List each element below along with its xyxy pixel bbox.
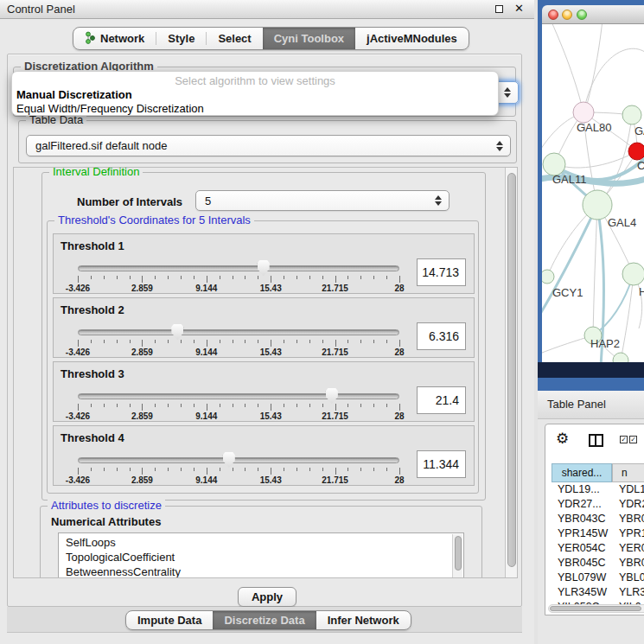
network-node-red-selected[interactable] [628, 143, 644, 160]
scrollbar-thumb[interactable] [507, 173, 516, 567]
threshold-value-field[interactable]: 11.344 [417, 450, 466, 478]
close-traffic-light-icon[interactable] [548, 10, 558, 20]
tick-label: -3.426 [66, 284, 90, 293]
threshold-value-field[interactable]: 14.713 [417, 258, 466, 286]
slider-ticks [78, 340, 399, 348]
algorithm-option-manual[interactable]: Manual Discretization [16, 88, 132, 101]
table-row[interactable]: YBR045CYBR0 [552, 556, 644, 571]
slider-track[interactable] [78, 265, 399, 271]
table-cell: YDL1 [612, 482, 644, 497]
tick-label: 28 [394, 411, 404, 421]
network-node-bottom-partial[interactable] [613, 353, 628, 362]
table-row[interactable]: YER054CYER0 [552, 541, 644, 556]
threshold-row: Threshold 4 -3.4262.8599.14415.4321.7152… [53, 425, 475, 486]
scrollbar-thumb[interactable] [550, 606, 641, 611]
table-cell: YBR0 [612, 512, 644, 526]
minimize-traffic-light-icon[interactable] [562, 10, 572, 20]
slider-track[interactable] [78, 457, 399, 463]
thresholds-group: Threshold's Coordinates for 5 Intervals … [47, 220, 479, 494]
split-columns-icon[interactable] [589, 434, 603, 447]
network-node-h-node[interactable] [622, 263, 644, 285]
tick-label: 28 [394, 475, 404, 485]
threshold-title: Threshold 1 [61, 239, 124, 252]
zoom-traffic-light-icon[interactable] [577, 10, 587, 20]
column-header-shared-name[interactable]: shared... [552, 463, 612, 482]
float-window-icon[interactable] [495, 5, 503, 13]
table-data-group: Table Data galFiltered.sif default node [18, 120, 517, 163]
threshold-slider[interactable]: -3.4262.8599.14415.4321.71528 [78, 322, 399, 357]
tab-label: Cyni Toolbox [274, 32, 344, 45]
slider-thumb[interactable] [258, 260, 270, 276]
tick-label: -3.426 [66, 475, 90, 485]
table-row[interactable]: YDL19...YDL1 [552, 482, 644, 497]
tab-cyni-toolbox[interactable]: Cyni Toolbox [263, 28, 355, 49]
attribute-item[interactable]: TopologicalCoefficient [59, 550, 463, 564]
network-window-titlebar[interactable] [542, 5, 644, 24]
tab-jactivemnodules[interactable]: jActiveMNodules [355, 28, 469, 49]
network-node-top-green[interactable] [622, 105, 641, 124]
tick-label: 9.144 [195, 475, 217, 485]
tick-label: 2.859 [131, 475, 153, 485]
threshold-slider[interactable]: -3.4262.8599.14415.4321.71528 [78, 386, 399, 421]
number-of-intervals-combobox[interactable]: 5 [195, 190, 450, 211]
network-node-gcy1[interactable] [542, 270, 554, 284]
tick-label: 21.715 [322, 475, 348, 485]
tab-style[interactable]: Style [156, 28, 206, 49]
table-row[interactable]: YBL079WYBL0 [552, 571, 644, 585]
table-rows: YDL19...YDL1YDR27...YDR2YBR043CYBR0YPR14… [552, 482, 644, 615]
slider-ticks [78, 276, 399, 284]
network-canvas[interactable]: GAL80GACGAL11GAL4GCY1HHAP2 [542, 24, 644, 362]
select-columns-icon[interactable]: ✓✓ [620, 436, 637, 443]
number-of-intervals-label: Number of Intervals [77, 195, 182, 208]
table-panel-title: Table Panel [547, 391, 606, 418]
slider-thumb[interactable] [326, 388, 338, 404]
tick-label: -3.426 [66, 411, 90, 421]
table-row[interactable]: YBR043CYBR0 [552, 512, 644, 526]
threshold-value-field[interactable]: 6.316 [417, 322, 466, 350]
table-row[interactable]: YLR345WYLR3 [552, 585, 644, 600]
network-node-gal80[interactable] [573, 102, 594, 123]
tab-select[interactable]: Select [207, 28, 262, 49]
table-cell: YBR045C [552, 556, 612, 571]
settings-vertical-scrollbar[interactable] [505, 168, 518, 578]
close-icon[interactable]: ✕ [514, 2, 524, 15]
table-row[interactable]: YPR145WYPR1 [552, 526, 644, 541]
tick-label: 15.43 [260, 284, 282, 293]
network-node-gal4[interactable] [583, 190, 612, 220]
slider-track[interactable] [78, 329, 399, 335]
tab-impute-data[interactable]: Impute Data [126, 611, 213, 629]
slider-thumb[interactable] [223, 452, 235, 468]
attribute-item[interactable]: SelfLoops [59, 535, 463, 550]
tab-network[interactable]: Network [73, 28, 156, 49]
slider-thumb[interactable] [171, 324, 183, 340]
slider-tick-labels: -3.4262.8599.14415.4321.71528 [78, 284, 399, 294]
numerical-attributes-list: SelfLoopsTopologicalCoefficientBetweenne… [58, 532, 464, 578]
tab-infer-network[interactable]: Infer Network [316, 611, 411, 629]
slider-ticks [78, 404, 399, 411]
tab-discretize-data[interactable]: Discretize Data [213, 611, 316, 629]
threshold-slider[interactable]: -3.4262.8599.14415.4321.71528 [78, 450, 399, 485]
table-row[interactable]: YDR27...YDR2 [552, 497, 644, 512]
network-window: GAL80GACGAL11GAL4GCY1HHAP2 [538, 0, 644, 391]
attributes-scrollbar[interactable] [452, 534, 462, 578]
apply-button[interactable]: Apply [238, 587, 296, 607]
threshold-value-field[interactable]: 21.4 [417, 386, 466, 414]
table-data-combobox[interactable]: galFiltered.sif default node [26, 135, 511, 156]
column-header-name[interactable]: n [612, 463, 644, 482]
gear-icon[interactable]: ⚙ [556, 431, 569, 446]
tab-label: Select [218, 32, 251, 45]
algorithm-option-equal-width[interactable]: Equal Width/Frequency Discretization [16, 102, 204, 115]
attribute-item[interactable]: BetweennessCentrality [59, 564, 463, 578]
table-horizontal-scrollbar[interactable] [548, 604, 644, 613]
group-label: Threshold's Coordinates for 5 Intervals [54, 214, 254, 226]
algorithm-hint-option[interactable]: Select algorithm to view settings [12, 74, 498, 87]
combobox-stepper-icon [496, 141, 503, 151]
tab-label: Impute Data [137, 614, 201, 627]
table-cell: YLR3 [612, 585, 644, 600]
slider-track[interactable] [78, 393, 399, 399]
tick-label: 9.144 [195, 284, 217, 293]
algorithm-dropdown-popup: Select algorithm to view settings Manual… [11, 71, 499, 116]
threshold-slider[interactable]: -3.4262.8599.14415.4321.71528 [78, 258, 399, 293]
tick-label: 2.859 [131, 284, 153, 293]
network-icon [85, 31, 96, 44]
